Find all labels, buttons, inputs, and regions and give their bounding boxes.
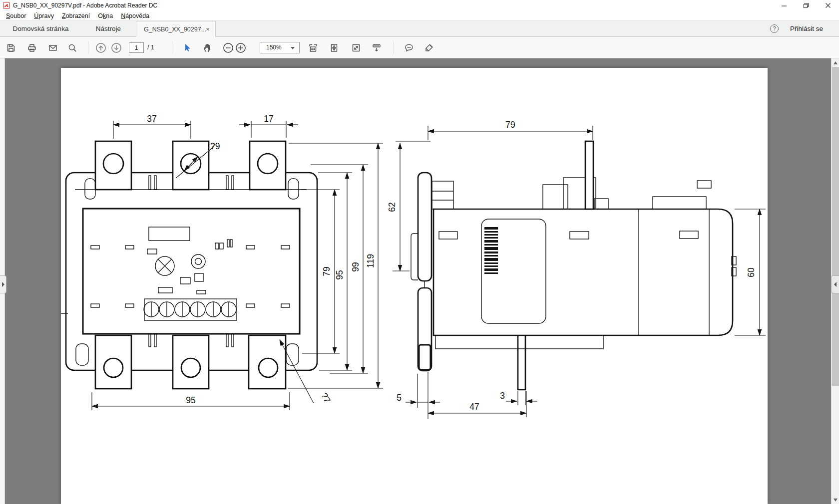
- dim-front-hole-bottom: ?7: [319, 391, 333, 405]
- toolbar-separator: [172, 41, 172, 54]
- email-icon: [48, 43, 58, 53]
- print-button[interactable]: [25, 41, 38, 54]
- print-icon: [27, 43, 37, 53]
- dim-side-right-height: 60: [746, 267, 756, 277]
- scroll-down-button[interactable]: [832, 496, 839, 504]
- zoom-level-select[interactable]: 150%: [260, 42, 300, 53]
- comment-bubble-icon: [404, 43, 415, 53]
- restore-icon: [801, 0, 811, 10]
- dim-front-top-width: 37: [147, 114, 156, 124]
- dim-front-lug-width: 17: [264, 114, 273, 124]
- sign-in-link[interactable]: Přihlásit se: [790, 21, 823, 37]
- menu-item-3[interactable]: Okna: [94, 11, 117, 21]
- help-icon[interactable]: ?: [770, 24, 779, 33]
- minimize-button[interactable]: [773, 0, 795, 11]
- window-title: G_NSB0_XX_90297V.pdf - Adobe Acrobat Rea…: [13, 0, 157, 11]
- dim-front-hole-top: ?9: [210, 141, 220, 151]
- menu-item-0[interactable]: Soubor: [2, 11, 30, 21]
- select-arrow-icon: [182, 43, 192, 53]
- toolbar-separator: [394, 41, 394, 54]
- fit-page-button[interactable]: [327, 41, 341, 54]
- tab-close-icon[interactable]: ×: [204, 21, 211, 37]
- pdf-page: 37 17 ?9 79 9: [61, 68, 768, 504]
- hand-icon: [203, 43, 213, 53]
- close-button[interactable]: [817, 0, 839, 11]
- tab-document[interactable]: G_NSB0_XX_90297... ×: [136, 21, 216, 37]
- document-area: 37 17 ?9 79 9: [0, 58, 839, 504]
- tab-home[interactable]: Domovská stránka: [0, 21, 81, 37]
- dim-front-height-3: 99: [351, 262, 361, 271]
- zoom-out-button[interactable]: [221, 41, 235, 54]
- page-down-icon: [111, 42, 122, 53]
- hand-tool-button[interactable]: [201, 41, 214, 54]
- scroll-up-button[interactable]: [832, 58, 839, 67]
- comment-button[interactable]: [402, 41, 416, 54]
- search-icon: [67, 43, 77, 53]
- next-page-button[interactable]: [109, 41, 123, 54]
- chevron-left-icon: [834, 282, 837, 287]
- dim-side-left-height: 62: [387, 202, 397, 212]
- title-bar: G_NSB0_XX_90297V.pdf - Adobe Acrobat Rea…: [0, 0, 839, 11]
- fit-width-button[interactable]: [306, 41, 320, 54]
- actual-size-button[interactable]: [349, 41, 363, 54]
- menu-item-4[interactable]: Nápověda: [117, 11, 153, 21]
- technical-drawing: 37 17 ?9 79 9: [61, 68, 768, 504]
- tab-tools[interactable]: Nástroje: [81, 21, 135, 37]
- reading-mode-button[interactable]: [370, 41, 383, 54]
- fit-page-icon: [329, 43, 339, 53]
- zoom-in-button[interactable]: [234, 41, 247, 54]
- side-view-drawing: [411, 141, 736, 390]
- toolbar: / 1 150%: [0, 37, 839, 58]
- chevron-down-icon: [834, 499, 838, 502]
- dim-front-height-1: 79: [322, 266, 332, 276]
- email-button[interactable]: [46, 41, 59, 54]
- dim-side-top-width: 79: [505, 120, 515, 130]
- restore-button[interactable]: [795, 0, 817, 11]
- minimize-icon: [779, 0, 789, 10]
- chevron-up-icon: [834, 61, 838, 64]
- chevron-right-icon: [2, 282, 4, 287]
- dim-side-rail-offset: 5: [397, 393, 402, 403]
- actual-size-icon: [351, 43, 361, 53]
- save-icon: [6, 43, 16, 53]
- tab-document-label: G_NSB0_XX_90297...: [144, 26, 206, 33]
- save-button[interactable]: [4, 41, 17, 54]
- page-up-icon: [95, 42, 106, 53]
- zoom-out-icon: [223, 42, 234, 53]
- pdf-file-icon: [3, 2, 10, 9]
- dim-front-height-2: 95: [335, 270, 345, 279]
- highlight-button[interactable]: [422, 41, 435, 54]
- dim-front-bottom-width: 95: [186, 395, 195, 405]
- tab-bar: Domovská stránka Nástroje G_NSB0_XX_9029…: [0, 21, 839, 37]
- previous-page-button[interactable]: [94, 41, 107, 54]
- highlighter-pen-icon: [424, 43, 434, 53]
- search-button[interactable]: [65, 41, 79, 54]
- scrollbar-thumb[interactable]: [832, 67, 839, 386]
- reading-mode-icon: [372, 43, 382, 53]
- menu-bar: SouborÚpravyZobrazeníOknaNápověda: [0, 11, 839, 21]
- dim-front-height-4: 119: [366, 254, 376, 268]
- menu-item-1[interactable]: Úpravy: [30, 11, 58, 21]
- zoom-level-value: 150%: [266, 44, 282, 51]
- page-count-label: / 1: [147, 37, 154, 58]
- page-number-input[interactable]: [129, 42, 144, 53]
- fit-width-icon: [308, 43, 318, 53]
- close-icon: [823, 0, 833, 10]
- zoom-in-icon: [235, 42, 246, 53]
- menu-item-2[interactable]: Zobrazení: [58, 11, 94, 21]
- select-tool-button[interactable]: [180, 41, 193, 54]
- dim-side-pin-width: 3: [500, 391, 505, 401]
- navigation-pane-expand-button[interactable]: [0, 275, 6, 293]
- toolbar-separator: [88, 41, 88, 54]
- chevron-down-icon: [291, 47, 295, 49]
- acrobat-window: G_NSB0_XX_90297V.pdf - Adobe Acrobat Rea…: [0, 0, 839, 504]
- dim-side-depth: 47: [469, 402, 479, 412]
- front-view-drawing: [61, 141, 317, 389]
- tools-pane-expand-button[interactable]: [831, 275, 839, 293]
